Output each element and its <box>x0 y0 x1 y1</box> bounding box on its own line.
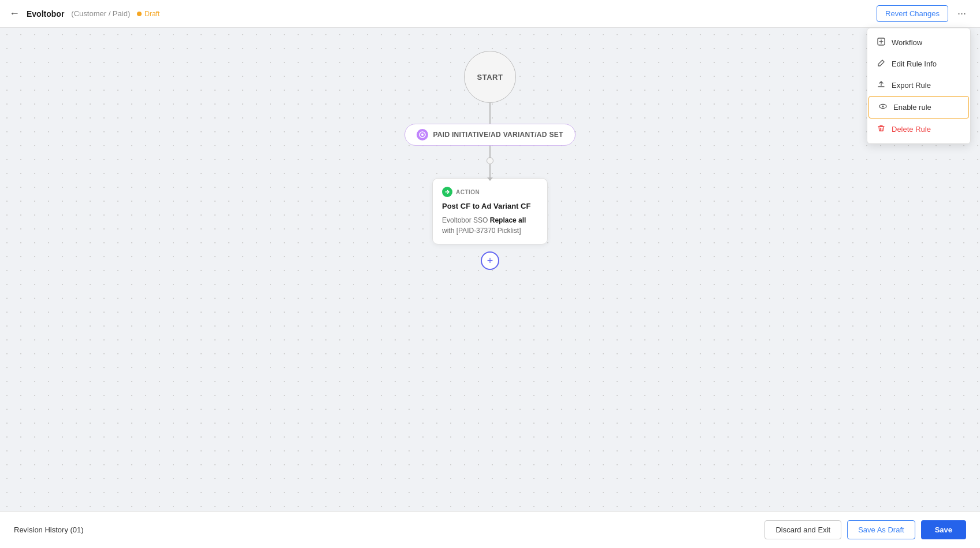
menu-edit-rule-label: Edit Rule Info <box>892 60 937 68</box>
trigger-label: PAID INITIATIVE/AD VARIANT/AD SET <box>433 131 563 139</box>
action-card[interactable]: ACTION Post CF to Ad Variant CF Evoltobo… <box>432 178 548 245</box>
save-as-draft-button[interactable]: Save As Draft <box>847 520 915 539</box>
menu-item-export-rule[interactable]: Export Rule <box>867 75 970 96</box>
menu-workflow-label: Workflow <box>892 38 922 47</box>
menu-item-edit-rule[interactable]: Edit Rule Info <box>867 53 970 75</box>
action-desc-suffix: with [PAID-37370 Picklist] <box>442 227 521 235</box>
save-button[interactable]: Save <box>921 520 966 539</box>
menu-enable-rule-label: Enable rule <box>893 103 931 112</box>
export-rule-icon <box>877 80 886 90</box>
header-left: ← Evoltobor (Customer / Paid) Draft <box>9 8 159 20</box>
header: ← Evoltobor (Customer / Paid) Draft Reve… <box>0 0 980 28</box>
action-desc-prefix: Evoltobor SSO <box>442 216 490 224</box>
footer-actions: Discard and Exit Save As Draft Save <box>764 520 966 539</box>
arrow-connector <box>489 164 491 178</box>
menu-item-workflow[interactable]: Workflow <box>867 32 970 53</box>
svg-point-1 <box>421 134 424 136</box>
header-right: Revert Changes ··· <box>877 5 971 22</box>
flow-diagram: START PAID INITIATIVE/AD VARIANT/AD SET <box>404 28 575 270</box>
delete-rule-icon <box>877 124 886 134</box>
back-button[interactable]: ← <box>9 8 20 20</box>
connector-top <box>489 146 491 157</box>
footer: Revision History (01) Discard and Exit S… <box>0 511 980 548</box>
connector-line-1 <box>489 103 491 124</box>
workflow-icon <box>877 38 886 47</box>
action-title: Post CF to Ad Variant CF <box>442 202 538 210</box>
draft-badge: Draft <box>137 10 159 18</box>
menu-export-rule-label: Export Rule <box>892 81 931 90</box>
edit-rule-icon <box>877 59 886 69</box>
trigger-icon <box>417 129 428 140</box>
mid-circle <box>487 157 493 164</box>
action-description: Evoltobor SSO Replace all with [PAID-373… <box>442 215 538 236</box>
revert-changes-button[interactable]: Revert Changes <box>877 5 948 22</box>
start-node: START <box>464 51 516 103</box>
draft-dot-icon <box>137 12 142 16</box>
menu-item-delete-rule[interactable]: Delete Rule <box>867 119 970 140</box>
page-subtitle: (Customer / Paid) <box>71 9 130 18</box>
trigger-node[interactable]: PAID INITIATIVE/AD VARIANT/AD SET <box>404 124 575 146</box>
revision-history-label: Revision History (01) <box>14 525 84 534</box>
enable-rule-icon <box>878 102 888 112</box>
action-desc-bold: Replace all <box>490 216 526 224</box>
menu-delete-rule-label: Delete Rule <box>892 125 931 134</box>
svg-point-4 <box>882 106 884 108</box>
menu-item-enable-rule[interactable]: Enable rule <box>868 96 969 119</box>
more-options-button[interactable]: ··· <box>953 5 971 22</box>
draft-label: Draft <box>144 10 159 18</box>
action-card-header: ACTION <box>442 187 538 197</box>
connector-2 <box>487 146 493 178</box>
discard-exit-button[interactable]: Discard and Exit <box>764 520 841 539</box>
action-type-label: ACTION <box>456 189 480 195</box>
page-title: Evoltobor <box>27 9 64 18</box>
workflow-canvas: START PAID INITIATIVE/AD VARIANT/AD SET <box>0 28 980 511</box>
action-icon <box>442 187 452 197</box>
dropdown-menu: Workflow Edit Rule Info Export Rule Enab… <box>867 28 971 144</box>
add-step-button[interactable]: + <box>481 251 499 270</box>
